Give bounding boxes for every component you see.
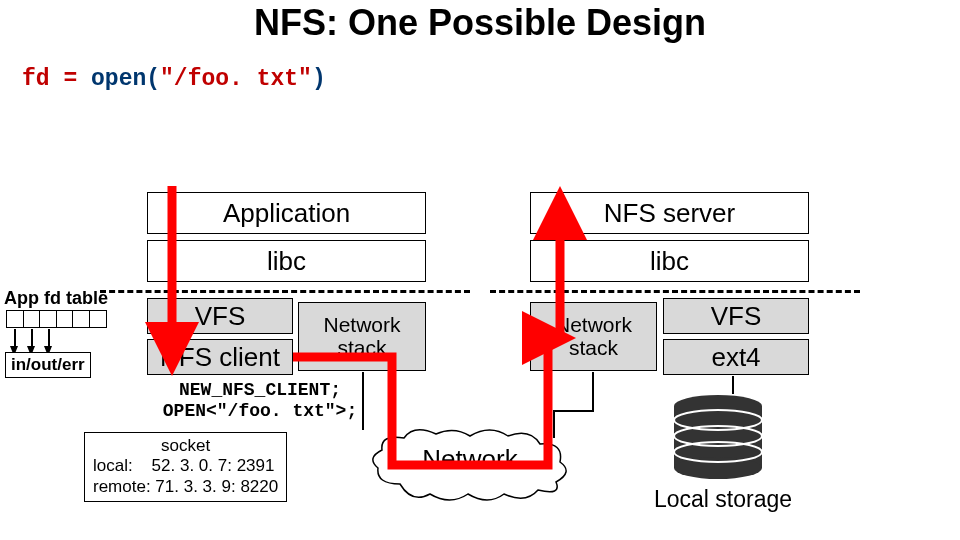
- network-label: Network: [370, 444, 570, 475]
- svg-point-2: [674, 457, 762, 479]
- fd-cell: [89, 310, 107, 328]
- storage-cylinder-icon: [668, 394, 768, 482]
- connector-netstack-cloud-right-v2: [553, 410, 555, 438]
- vfs-box-client: VFS: [147, 298, 293, 334]
- protocol-line-2: OPEN<"/foo. txt">;: [145, 401, 375, 422]
- connector-netstack-cloud-left: [362, 372, 364, 430]
- ext4-box: ext4: [663, 339, 809, 375]
- socket-header: socket: [93, 436, 278, 456]
- libc-box-client: libc: [147, 240, 426, 282]
- code-pclose: ): [312, 66, 326, 92]
- fd-arrow-stem: [48, 329, 50, 347]
- connector-ext4-storage: [732, 376, 734, 394]
- protocol-text: NEW_NFS_CLIENT; OPEN<"/foo. txt">;: [145, 380, 375, 421]
- fd-arrow-stem: [31, 329, 33, 347]
- connector-netstack-cloud-right-h: [555, 410, 594, 412]
- fd-cell: [6, 310, 24, 328]
- fd-table: [6, 310, 107, 328]
- libc-box-server: libc: [530, 240, 809, 282]
- connector-netstack-cloud-right-v: [592, 372, 594, 410]
- nfs-client-box: NFS client: [147, 339, 293, 375]
- application-box: Application: [147, 192, 426, 234]
- network-stack-box-server: Network stack: [530, 302, 657, 371]
- fd-cell: [39, 310, 57, 328]
- storage-label: Local storage: [628, 486, 818, 513]
- code-popen: (: [146, 66, 160, 92]
- code-arg: "/foo. txt": [160, 66, 312, 92]
- fd-arrow-stem: [14, 329, 16, 347]
- fd-cell: [72, 310, 90, 328]
- network-stack-box-client: Network stack: [298, 302, 426, 371]
- userspace-kernel-divider-left: [100, 290, 470, 293]
- nfs-server-box: NFS server: [530, 192, 809, 234]
- stdio-label: in/out/err: [5, 352, 91, 378]
- code-snippet: fd = open("/foo. txt"): [22, 66, 326, 92]
- code-eq: =: [50, 66, 91, 92]
- slide-title: NFS: One Possible Design: [0, 2, 960, 44]
- protocol-line-1: NEW_NFS_CLIENT;: [145, 380, 375, 401]
- fd-table-label: App fd table: [4, 288, 108, 309]
- socket-local: local: 52. 3. 0. 7: 2391: [93, 456, 278, 476]
- vfs-box-server: VFS: [663, 298, 809, 334]
- code-fn: open: [91, 66, 146, 92]
- socket-box: socket local: 52. 3. 0. 7: 2391 remote: …: [84, 432, 287, 502]
- fd-cell: [56, 310, 74, 328]
- fd-cell: [23, 310, 41, 328]
- userspace-kernel-divider-right: [490, 290, 860, 293]
- socket-remote: remote: 71. 3. 3. 9: 8220: [93, 477, 278, 497]
- code-lhs: fd: [22, 66, 50, 92]
